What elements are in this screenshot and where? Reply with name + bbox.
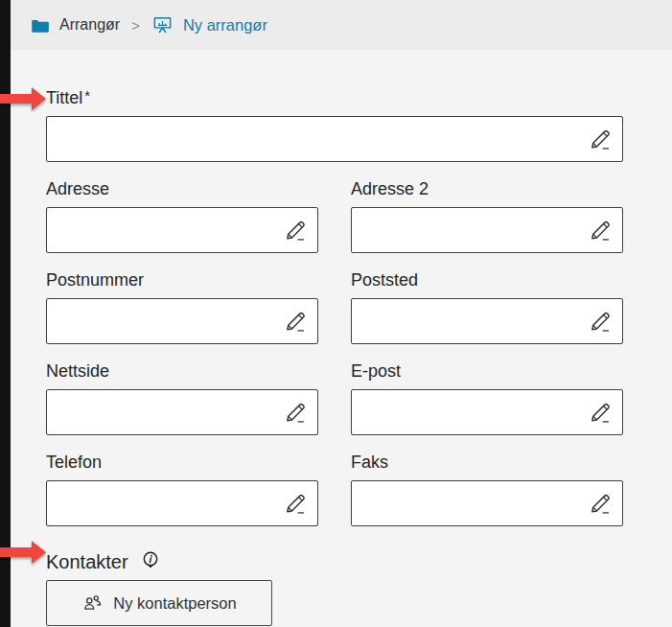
- annotation-arrow-kontakter: [0, 541, 46, 564]
- faks-label: Faks: [351, 453, 623, 473]
- faks-input-box[interactable]: [351, 480, 623, 526]
- nettside-label: Nettside: [46, 361, 318, 382]
- tittel-input-box[interactable]: [46, 116, 623, 162]
- epost-label: E-post: [351, 361, 623, 382]
- telefon-label: Telefon: [46, 453, 318, 473]
- telefon-input-box[interactable]: [46, 480, 318, 526]
- tittel-label: Tittel*: [46, 88, 623, 108]
- presentation-board-icon: [151, 14, 174, 36]
- field-postnummer: Postnummer: [46, 270, 318, 344]
- field-poststed: Poststed: [351, 270, 623, 344]
- adresse-input[interactable]: [47, 208, 317, 252]
- field-adresse: Adresse: [46, 179, 318, 253]
- poststed-input-box[interactable]: [351, 298, 623, 344]
- breadcrumb-bar: Arrangør > Ny arrangør: [0, 0, 672, 50]
- breadcrumb-item-ny-arrangor[interactable]: Ny arrangør: [151, 14, 267, 36]
- field-faks: Faks: [351, 453, 623, 526]
- adresse2-label: Adresse 2: [351, 179, 623, 199]
- people-icon: [81, 592, 104, 615]
- folder-icon: [31, 17, 50, 34]
- adresse2-input[interactable]: [352, 208, 622, 252]
- tittel-input[interactable]: [47, 117, 622, 161]
- kontakter-section-header: Kontakter: [46, 551, 623, 573]
- required-marker: *: [84, 87, 90, 104]
- nettside-input-box[interactable]: [46, 389, 318, 435]
- annotation-arrow-tittel: [0, 87, 46, 110]
- new-contact-button-label: Ny kontaktperson: [113, 594, 236, 613]
- field-tittel: Tittel*: [46, 88, 623, 162]
- info-tooltip-icon[interactable]: [141, 550, 160, 571]
- breadcrumb-label: Arrangør: [59, 16, 120, 34]
- field-telefon: Telefon: [46, 453, 318, 526]
- field-epost: E-post: [351, 361, 623, 435]
- new-contact-button[interactable]: Ny kontaktperson: [46, 580, 272, 626]
- adresse2-input-box[interactable]: [351, 207, 623, 253]
- postnummer-input[interactable]: [47, 299, 317, 343]
- faks-input[interactable]: [352, 481, 622, 525]
- epost-input-box[interactable]: [351, 389, 623, 435]
- postnummer-input-box[interactable]: [46, 298, 318, 344]
- adresse-label: Adresse: [46, 179, 318, 199]
- poststed-label: Poststed: [351, 270, 623, 290]
- field-adresse2: Adresse 2: [351, 179, 623, 253]
- breadcrumb-item-arrangor[interactable]: Arrangør: [31, 16, 120, 34]
- breadcrumb-label-current: Ny arrangør: [183, 16, 267, 35]
- poststed-input[interactable]: [352, 299, 622, 343]
- breadcrumb-separator: >: [131, 17, 140, 34]
- new-organizer-form: Tittel* Adresse Ad: [46, 50, 623, 626]
- adresse-input-box[interactable]: [46, 207, 318, 253]
- epost-input[interactable]: [352, 390, 622, 434]
- telefon-input[interactable]: [47, 481, 317, 525]
- kontakter-heading: Kontakter: [46, 551, 128, 573]
- nettside-input[interactable]: [47, 390, 317, 434]
- postnummer-label: Postnummer: [46, 270, 318, 290]
- field-nettside: Nettside: [46, 361, 318, 435]
